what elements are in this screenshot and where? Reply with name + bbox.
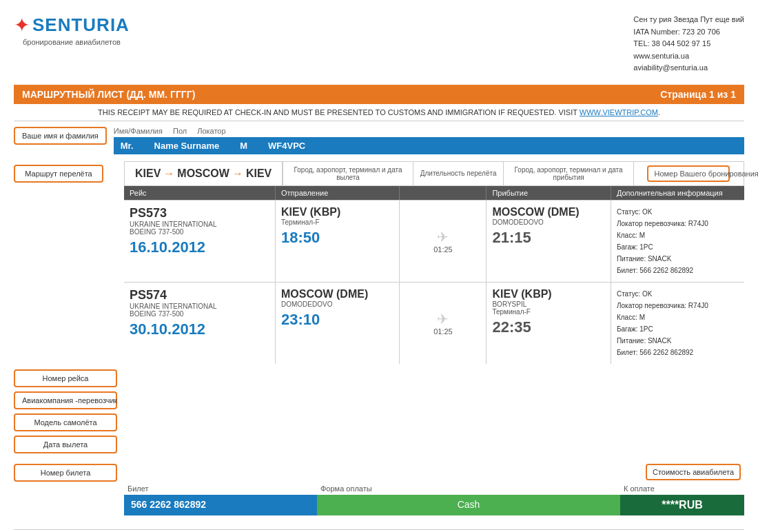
passenger-section: Ваше имя и фамилия Имя/Фамилия Пол Локат… bbox=[14, 127, 744, 154]
flight-1-status: Статус: OK bbox=[617, 206, 739, 218]
th-info: Дополнительная информация bbox=[611, 186, 744, 200]
flight-1-arr-time: 21:15 bbox=[492, 229, 604, 247]
notice-bar: THIS RECEIPT MAY BE REQUIRED AT CHECK-IN… bbox=[14, 104, 744, 121]
main-content: Ваше имя и фамилия Имя/Фамилия Пол Локат… bbox=[14, 127, 744, 532]
notice-text: THIS RECEIPT MAY BE REQUIRED AT CHECK-IN… bbox=[98, 108, 580, 116]
flight-2-duration: ✈ 01:25 bbox=[400, 283, 486, 364]
bottom-section: ⊖ Ограничения NON END/REF AND CHNG RESTR… bbox=[14, 529, 744, 532]
flight-1-departure: KIEV (KBP) Терминал-F 18:50 bbox=[276, 201, 400, 282]
flight-1-duration: ✈ 01:25 bbox=[400, 201, 486, 282]
flight-1-dep-time: 18:50 bbox=[281, 229, 393, 247]
flight-2-baggage: Багаж: 1PC bbox=[617, 323, 739, 335]
flight-number-label: Номер рейса bbox=[14, 369, 117, 387]
spacer bbox=[124, 369, 744, 453]
flight-2-arrival: KIEV (KBP) BORYSPIL Терминал-F 22:35 bbox=[486, 283, 611, 364]
flight-2-meal: Питание: SNACK bbox=[617, 335, 739, 347]
flight-1-number: PS573 bbox=[130, 206, 269, 221]
ticket-number-value: 566 2262 862892 bbox=[124, 495, 317, 515]
th-duration bbox=[400, 186, 486, 200]
flight-2-number: PS574 bbox=[130, 288, 269, 303]
ticket-amount-value: ****RUB bbox=[620, 495, 744, 515]
th-arrival: Прибытие bbox=[486, 186, 611, 200]
ticket-data-row: 566 2262 862892 Cash ****RUB bbox=[124, 495, 744, 515]
passenger-label: Ваше имя и фамилия bbox=[14, 127, 107, 145]
logo-text: SENTURIA bbox=[32, 14, 130, 36]
flight-1-details: PS573 UKRAINE INTERNATIONAL BOEING 737-5… bbox=[124, 201, 276, 282]
logo-star-icon: ✦ bbox=[14, 14, 30, 37]
flight-labels: Номер рейса Авиакомпания -перевозчик Мод… bbox=[14, 369, 117, 453]
flight-row-1: PS573 UKRAINE INTERNATIONAL BOEING 737-5… bbox=[124, 200, 744, 282]
col-departure: Город, аэропорт, терминал и дата вылета bbox=[283, 162, 413, 185]
passenger-title: Mr. bbox=[121, 141, 134, 151]
logo-area: ✦ SENTURIA бронирование авиабилетов bbox=[14, 14, 130, 46]
flight-1-class: Класс: M bbox=[617, 229, 739, 241]
flight-2-dep-airport: DOMODEDOVO bbox=[281, 300, 393, 308]
col-duration: Длительность перелёта bbox=[413, 162, 503, 185]
company-website: www.senturia.ua bbox=[633, 50, 744, 63]
flight-2-departure: MOSCOW (DME) DOMODEDOVO 23:10 bbox=[276, 283, 400, 364]
th-payment: Форма оплаты bbox=[317, 482, 620, 495]
left-labels-row: Номер рейса Авиакомпания -перевозчик Мод… bbox=[14, 369, 744, 453]
passenger-fields: Имя/Фамилия Пол Локатор bbox=[114, 127, 744, 135]
company-info: Сен ту рия Звезда Пут еще вий IATA Numbe… bbox=[633, 14, 744, 74]
col-arrival: Город, аэропорт, терминал и дата прибыти… bbox=[503, 162, 633, 185]
passenger-name: Name Surname bbox=[154, 141, 220, 151]
flight-1-date: 16.10.2012 bbox=[130, 238, 269, 256]
flight-2-dep-time: 23:10 bbox=[281, 311, 393, 329]
aircraft-label: Модель самолёта bbox=[14, 413, 117, 431]
passenger-locator: WF4VPC bbox=[268, 141, 305, 151]
route-display: KIEV → MOSCOW → KIEV bbox=[125, 162, 283, 185]
flight-2-arr-time: 22:35 bbox=[492, 318, 604, 336]
flight-2-dur-text: 01:25 bbox=[433, 327, 453, 336]
flight-2-dep-city: MOSCOW (DME) bbox=[281, 288, 393, 300]
route-section: Маршрут перелёта KIEV → MOSCOW → KIEV Го… bbox=[14, 161, 744, 364]
flight-2-aircraft: BOEING 737-500 bbox=[130, 310, 269, 318]
company-tel: TEL: 38 044 502 97 15 bbox=[633, 38, 744, 50]
flight-1-arr-city: MOSCOW (DME) bbox=[492, 206, 604, 218]
flight-2-info: Статус: OK Локатор перевозчика: R74J0 Кл… bbox=[611, 283, 744, 364]
th-departure: Отправление bbox=[276, 186, 400, 200]
notice-link[interactable]: WWW.VIEWTRIP.COM bbox=[580, 108, 658, 116]
company-name: Сен ту рия Звезда Пут еще вий bbox=[633, 14, 744, 26]
th-flight: Рейс bbox=[124, 186, 276, 200]
title-bar-right: Страница 1 из 1 bbox=[660, 89, 736, 100]
passenger-row: Mr. Name Surname M WF4VPC bbox=[114, 137, 744, 154]
route-columns: Город, аэропорт, терминал и дата вылета … bbox=[283, 162, 744, 185]
ticket-payment-value: Cash bbox=[317, 495, 620, 515]
page: ✦ SENTURIA бронирование авиабилетов Сен … bbox=[0, 0, 758, 532]
flight-1-arrival: MOSCOW (DME) DOMODEDOVO 21:15 bbox=[486, 201, 611, 282]
flight-1-ticket: Билет: 566 2262 862892 bbox=[617, 265, 739, 276]
passenger-info: Имя/Фамилия Пол Локатор Mr. Name Surname… bbox=[114, 127, 744, 154]
company-iata: IATA Number: 723 20 706 bbox=[633, 26, 744, 39]
date-label: Дата вылета bbox=[14, 436, 117, 453]
logo-subtitle: бронирование авиабилетов bbox=[23, 38, 121, 46]
flight-1-baggage: Багаж: 1PC bbox=[617, 241, 739, 253]
route-header: KIEV → MOSCOW → KIEV Город, аэропорт, те… bbox=[124, 161, 744, 186]
flight-2-arr-city: KIEV (KBP) bbox=[492, 288, 604, 300]
flight-2-details: PS574 UKRAINE INTERNATIONAL BOEING 737-5… bbox=[124, 283, 276, 364]
title-bar-left: МАРШРУТНЫЙ ЛИСТ (ДД. ММ. ГГГГ) bbox=[22, 89, 195, 100]
th-ticket: Билет bbox=[124, 482, 317, 495]
header: ✦ SENTURIA бронирование авиабилетов Сен … bbox=[14, 7, 744, 85]
passenger-gender: M bbox=[240, 141, 247, 151]
company-email: aviability@senturia.ua bbox=[633, 62, 744, 74]
plane-icon: ✈ bbox=[437, 229, 449, 245]
price-label: Стоимость авиабилета bbox=[646, 464, 741, 480]
booking-ref-label: Номер Вашего бронирования bbox=[647, 165, 730, 182]
flight-table-header: Рейс Отправление Прибытие Дополнительная… bbox=[124, 186, 744, 200]
flight-2-airline: UKRAINE INTERNATIONAL bbox=[130, 303, 269, 310]
flight-2-arr-terminal: Терминал-F bbox=[492, 308, 604, 316]
airline-label: Авиакомпания -перевозчик bbox=[14, 391, 117, 409]
route-content: KIEV → MOSCOW → KIEV Город, аэропорт, те… bbox=[124, 161, 744, 364]
logo: ✦ SENTURIA bbox=[14, 14, 130, 37]
field-name-label: Имя/Фамилия bbox=[114, 127, 163, 135]
flight-1-aircraft: BOEING 737-500 bbox=[130, 228, 269, 236]
flight-2-ticket: Билет: 566 2262 862892 bbox=[617, 347, 739, 358]
title-bar: МАРШРУТНЫЙ ЛИСТ (ДД. ММ. ГГГГ) Страница … bbox=[14, 85, 744, 104]
th-amount: К оплате bbox=[620, 482, 744, 495]
ticket-row-header: Билет Форма оплаты К оплате bbox=[124, 482, 744, 495]
flight-row-2: PS574 UKRAINE INTERNATIONAL BOEING 737-5… bbox=[124, 282, 744, 364]
plane-icon-2: ✈ bbox=[437, 311, 449, 327]
flight-1-arr-airport: DOMODEDOVO bbox=[492, 218, 604, 226]
flight-2-status: Статус: OK bbox=[617, 288, 739, 300]
